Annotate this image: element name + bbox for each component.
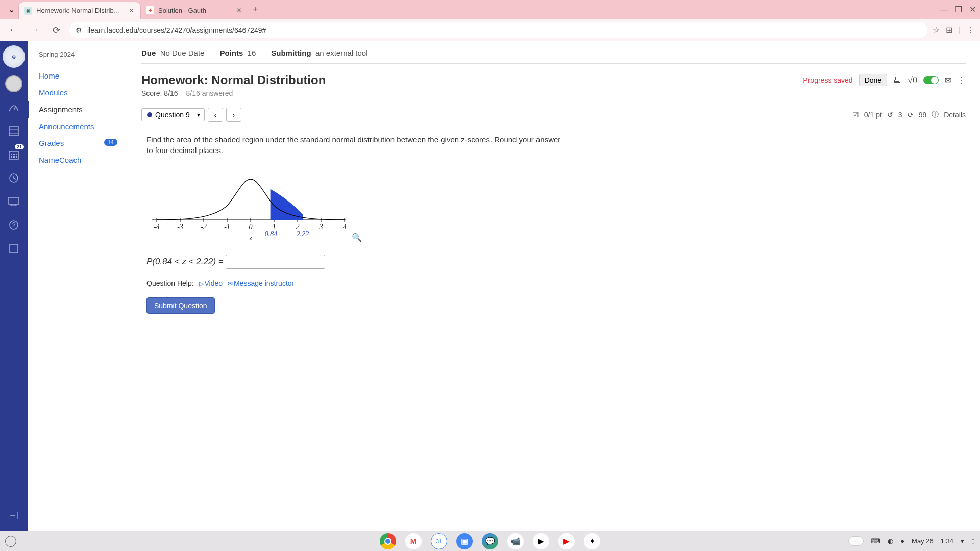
site-info-icon[interactable]: ⚙	[76, 26, 82, 34]
back-button[interactable]: ←	[5, 22, 21, 38]
extensions-icon[interactable]: ⊞	[946, 25, 952, 35]
print-icon[interactable]: 🖶	[893, 76, 901, 85]
svg-rect-1	[9, 127, 18, 136]
close-icon[interactable]: ✕	[127, 7, 135, 15]
submit-question-button[interactable]: Submit Question	[146, 297, 215, 314]
homework-title: Homework: Normal Distribution	[141, 73, 326, 87]
close-window-icon[interactable]: ✕	[969, 5, 976, 14]
notification-icon[interactable]: ◐	[888, 537, 893, 545]
status-icon[interactable]: ●	[900, 537, 904, 545]
nav-announcements[interactable]: Announcements	[28, 118, 127, 135]
gmail-icon[interactable]: M	[405, 533, 422, 549]
minimize-icon[interactable]: —	[940, 5, 948, 14]
probability-expression: P(0.84 < z < 2.22) =	[146, 257, 224, 267]
term-label: Spring 2024	[28, 51, 127, 58]
battery-icon[interactable]: ▯	[971, 537, 975, 545]
url-text: ilearn.laccd.edu/courses/274270/assignme…	[87, 26, 266, 34]
history-icon[interactable]	[5, 170, 23, 186]
url-bar[interactable]: ⚙ ilearn.laccd.edu/courses/274270/assign…	[69, 22, 927, 38]
points-value: 16	[248, 48, 256, 57]
svg-rect-9	[13, 156, 15, 158]
chrome-icon[interactable]	[380, 533, 396, 549]
details-link[interactable]: Details	[944, 111, 966, 119]
play-store-icon[interactable]: ▶	[533, 533, 549, 549]
tab-search-dropdown[interactable]: ⌄	[4, 3, 18, 17]
question-prompt: Find the area of the shaded region under…	[146, 134, 565, 156]
reload-button[interactable]: ⟳	[48, 22, 64, 38]
svg-rect-6	[13, 154, 15, 155]
expand-nav-icon[interactable]: →|	[5, 507, 23, 523]
close-icon[interactable]: ✕	[235, 6, 243, 14]
tab-title: Homework: Normal Distribution	[36, 7, 123, 14]
youtube-icon[interactable]: ▶	[558, 533, 575, 549]
svg-rect-18	[10, 244, 18, 253]
svg-line-0	[14, 106, 16, 110]
dashboard-icon[interactable]	[5, 99, 23, 116]
tab-canvas[interactable]: ◉ Homework: Normal Distribution ✕	[18, 2, 141, 19]
tab-gauth[interactable]: ✦ Solution - Gauth ✕	[141, 2, 248, 19]
chrome-menu-icon[interactable]: ⋮	[967, 25, 975, 35]
taskbar-date[interactable]: May 26	[912, 537, 934, 545]
settings-menu-icon[interactable]: ⋮	[958, 76, 966, 85]
message-instructor-link[interactable]: ✉Message instructor	[228, 279, 294, 287]
question-attempts: 3	[898, 111, 902, 119]
submitting-label: Submitting	[271, 48, 311, 57]
svg-text:-2: -2	[201, 223, 207, 231]
svg-rect-7	[16, 154, 17, 155]
answer-input[interactable]	[226, 255, 325, 269]
inbox-icon[interactable]	[5, 240, 23, 257]
tray-pill[interactable]: ···	[848, 536, 864, 546]
account-avatar[interactable]	[5, 75, 22, 92]
files-icon[interactable]: ▣	[456, 533, 473, 549]
launcher-icon[interactable]	[5, 536, 16, 547]
tries-icon: ⟳	[908, 111, 914, 119]
nav-namecoach[interactable]: NameCoach	[28, 152, 127, 168]
messages-icon[interactable]: 💬	[482, 533, 498, 549]
due-value: No Due Date	[160, 48, 205, 57]
meet-icon[interactable]: 📹	[507, 533, 524, 549]
done-button[interactable]: Done	[859, 74, 887, 86]
nav-assignments[interactable]: Assignments	[28, 101, 127, 118]
restore-icon[interactable]: ❐	[955, 5, 962, 14]
bookmark-icon[interactable]: ☆	[933, 25, 940, 35]
question-body: Find the area of the shaded region under…	[141, 126, 966, 322]
calendar-icon[interactable]: 21	[5, 146, 23, 163]
keyboard-icon[interactable]: ⌨	[871, 537, 880, 545]
points-label: Points	[219, 48, 243, 57]
mathquill-toggle[interactable]	[923, 76, 939, 84]
photos-icon[interactable]: ✦	[584, 533, 600, 549]
nav-home[interactable]: Home	[28, 67, 127, 84]
taskbar-time[interactable]: 1:34	[941, 537, 953, 545]
wifi-icon[interactable]: ▾	[961, 537, 964, 545]
submitting-value: an external tool	[315, 48, 368, 57]
next-question-button[interactable]: ›	[226, 108, 241, 122]
svg-rect-8	[11, 156, 12, 158]
prev-question-button[interactable]: ‹	[208, 108, 223, 122]
studio-icon[interactable]	[5, 193, 23, 210]
gauth-favicon: ✦	[146, 6, 154, 14]
forward-button[interactable]: →	[27, 22, 43, 38]
url-bar-row: ← → ⟳ ⚙ ilearn.laccd.edu/courses/274270/…	[0, 19, 980, 41]
svg-text:4: 4	[343, 223, 347, 231]
answered-text: 8/16 answered	[186, 89, 233, 97]
help-icon[interactable]: ?	[5, 217, 23, 233]
magnify-icon[interactable]: 🔍	[352, 233, 362, 242]
question-status-dot	[147, 112, 152, 117]
institution-logo[interactable]: ⊛	[3, 45, 25, 68]
svg-text:1: 1	[273, 223, 276, 231]
nav-modules[interactable]: Modules	[28, 84, 127, 101]
nav-grades[interactable]: Grades 14	[28, 135, 127, 152]
new-tab-button[interactable]: +	[248, 3, 262, 17]
calendar-app-icon[interactable]: 31	[431, 533, 447, 549]
svg-text:2: 2	[296, 223, 300, 231]
score-icon: ☑	[852, 111, 859, 119]
courses-icon[interactable]	[5, 123, 23, 139]
svg-rect-5	[11, 154, 12, 155]
calendar-badge: 21	[15, 144, 24, 149]
info-icon: ⓘ	[932, 110, 939, 119]
message-icon[interactable]: ✉	[945, 76, 951, 85]
video-link[interactable]: ▷Video	[199, 279, 223, 287]
svg-text:-3: -3	[177, 223, 183, 231]
question-select[interactable]: Question 9	[141, 108, 205, 121]
svg-text:?: ?	[12, 221, 16, 229]
